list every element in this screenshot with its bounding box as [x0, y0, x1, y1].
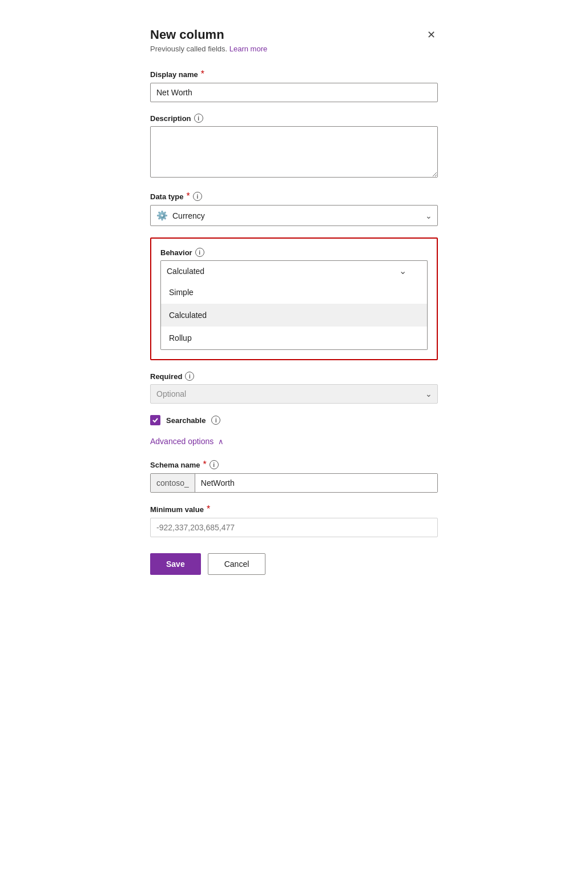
advanced-options-toggle[interactable]: Advanced options ∧ — [150, 437, 224, 446]
close-icon: ✕ — [427, 29, 436, 41]
save-button[interactable]: Save — [150, 553, 201, 575]
schema-name-required: * — [203, 460, 206, 470]
required-select-wrapper: Optional ⌄ — [150, 384, 438, 404]
behavior-option-simple[interactable]: Simple — [161, 281, 427, 304]
required-value: Optional — [156, 389, 186, 398]
behavior-option-rollup[interactable]: Rollup — [161, 327, 427, 349]
footer-buttons: Save Cancel — [150, 553, 438, 575]
searchable-row: Searchable i — [150, 415, 438, 425]
searchable-label: Searchable — [166, 416, 206, 425]
panel-subtitle: Previously called fields. Learn more — [150, 45, 438, 53]
schema-name-input[interactable] — [195, 474, 437, 492]
minimum-value-input[interactable] — [150, 518, 438, 537]
required-label-row: Required i — [150, 372, 438, 381]
behavior-dropdown-trigger[interactable]: Calculated ⌄ — [160, 260, 428, 281]
close-button[interactable]: ✕ — [425, 27, 438, 42]
data-type-group: Data type * i ⚙️ Currency ⌄ — [150, 191, 438, 226]
behavior-info-icon: i — [195, 248, 204, 257]
data-type-info-icon: i — [193, 192, 202, 201]
display-name-label-row: Display name * — [150, 69, 438, 79]
searchable-checkbox[interactable] — [150, 415, 160, 425]
display-name-required: * — [201, 69, 204, 79]
advanced-options-label: Advanced options — [150, 437, 214, 446]
required-select[interactable]: Optional — [150, 384, 438, 404]
required-group: Required i Optional ⌄ — [150, 372, 438, 404]
cancel-button[interactable]: Cancel — [208, 553, 266, 575]
panel-header: New column ✕ — [150, 27, 438, 42]
schema-name-group: Schema name * i contoso_ — [150, 460, 438, 493]
checkmark-icon — [152, 417, 159, 424]
minimum-value-label-row: Minimum value * — [150, 504, 438, 514]
schema-prefix-label: contoso_ — [151, 474, 195, 492]
display-name-label: Display name — [150, 70, 198, 79]
behavior-chevron-icon: ⌄ — [399, 265, 406, 276]
minimum-value-required: * — [207, 504, 210, 514]
display-name-input[interactable] — [150, 83, 438, 102]
schema-name-label: Schema name — [150, 461, 200, 469]
data-type-label-row: Data type * i — [150, 191, 438, 202]
searchable-info-icon: i — [211, 416, 220, 425]
description-label-row: Description i — [150, 114, 438, 123]
panel-title: New column — [150, 27, 224, 42]
data-type-select[interactable]: ⚙️ Currency — [150, 205, 438, 226]
schema-name-input-wrapper: contoso_ — [150, 473, 438, 493]
description-group: Description i — [150, 114, 438, 180]
data-type-select-wrapper: ⚙️ Currency ⌄ — [150, 205, 438, 226]
data-type-label: Data type — [150, 192, 184, 201]
description-input[interactable] — [150, 126, 438, 178]
minimum-value-label: Minimum value — [150, 505, 204, 514]
display-name-group: Display name * — [150, 69, 438, 102]
data-type-required: * — [187, 191, 190, 202]
behavior-section: Behavior i Calculated ⌄ Simple Calculate… — [150, 237, 438, 360]
behavior-dropdown-options: Simple Calculated Rollup — [160, 281, 428, 350]
advanced-options-chevron-icon: ∧ — [218, 437, 224, 446]
behavior-selected-value: Calculated — [167, 267, 204, 276]
schema-name-label-row: Schema name * i — [150, 460, 438, 470]
behavior-label-row: Behavior i — [160, 248, 428, 257]
required-info-icon: i — [185, 372, 194, 381]
behavior-label: Behavior — [160, 248, 192, 257]
new-column-panel: New column ✕ Previously called fields. L… — [134, 11, 454, 598]
data-type-value: Currency — [172, 211, 205, 220]
learn-more-link[interactable]: Learn more — [229, 45, 267, 53]
description-info-icon: i — [194, 114, 203, 123]
minimum-value-group: Minimum value * — [150, 504, 438, 537]
schema-name-info-icon: i — [210, 460, 219, 469]
currency-icon: ⚙️ — [156, 210, 168, 221]
description-label: Description — [150, 114, 191, 123]
behavior-option-calculated[interactable]: Calculated — [161, 304, 427, 327]
required-label: Required — [150, 372, 182, 381]
